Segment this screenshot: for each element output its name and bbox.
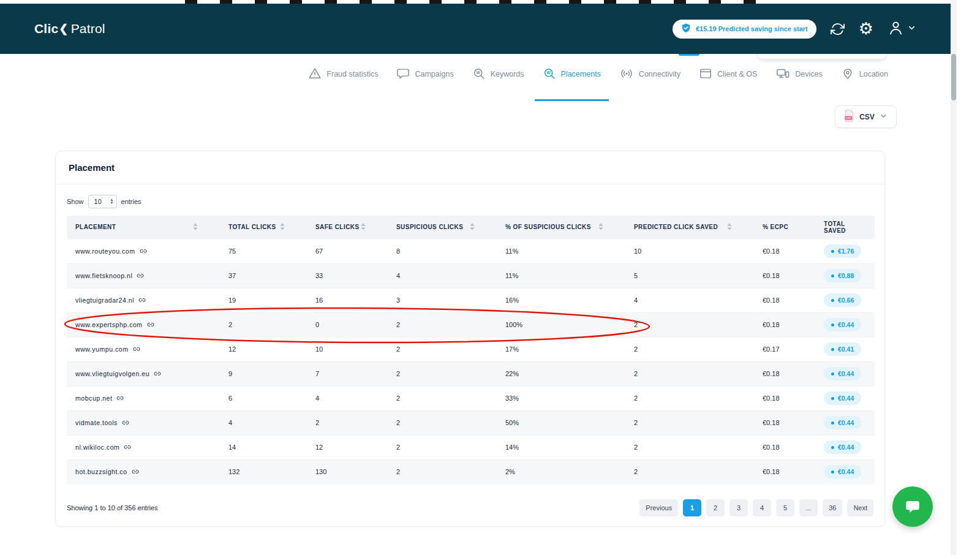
- pct-suspicious-cell: 22%: [497, 361, 625, 386]
- sort-icon[interactable]: [598, 223, 603, 232]
- tab-keywords[interactable]: W Keywords: [472, 67, 524, 82]
- tab-location[interactable]: Location: [841, 67, 888, 82]
- sort-icon[interactable]: [470, 223, 475, 232]
- tab-label: Client & OS: [717, 70, 757, 78]
- placements-table: PLACEMENT TOTAL CLICKS SAFE CLICKS SUSPI…: [67, 216, 875, 484]
- total-saved-badge: €0.44: [824, 465, 861, 478]
- predicted-saved-cell: 2: [625, 361, 754, 386]
- col-header-total-saved: TOTAL SAVED: [824, 221, 866, 234]
- account-menu[interactable]: [888, 20, 916, 39]
- sort-icon[interactable]: [727, 223, 732, 232]
- settings-gear-icon[interactable]: ⚙: [859, 21, 873, 37]
- show-label: Show: [67, 198, 84, 205]
- col-header-total-clicks: TOTAL CLICKS: [228, 224, 276, 230]
- predicted-saved-cell: 2: [625, 386, 754, 410]
- pagination-page-2[interactable]: 2: [706, 499, 725, 516]
- placement-link[interactable]: www.vliegtuigvolgen.eu: [75, 370, 161, 377]
- tab-label: Location: [859, 70, 888, 78]
- tab-fraud-statistics[interactable]: Fraud statistics: [308, 67, 378, 82]
- total-clicks-cell: 75: [220, 239, 307, 263]
- pagination-next-button[interactable]: Next: [847, 499, 873, 516]
- safe-clicks-cell: 67: [307, 239, 388, 263]
- broadcast-icon: [619, 67, 634, 82]
- predicted-saved-cell: 2: [625, 337, 754, 361]
- tab-label: Devices: [795, 70, 822, 78]
- pagination-ellipsis[interactable]: ...: [799, 499, 818, 516]
- suspicious-clicks-cell: 2: [388, 312, 497, 337]
- ecpc-cell: €0.17: [754, 337, 815, 361]
- dot-icon: [831, 470, 834, 474]
- total-clicks-cell: 6: [220, 386, 307, 410]
- total-saved-badge: €1.76: [824, 244, 861, 258]
- devices-icon: [775, 67, 790, 82]
- keyword-magnifier-icon: W: [472, 67, 486, 82]
- svg-text:W: W: [476, 70, 480, 75]
- placement-link[interactable]: hot.buzzsight.co: [75, 468, 139, 475]
- table-row: vidmate.tools 4 2 2 50% 2 €0.18 €0.44: [67, 410, 875, 435]
- safe-clicks-cell: 16: [307, 288, 388, 312]
- suspicious-clicks-cell: 8: [388, 239, 497, 263]
- location-pin-icon: [841, 67, 854, 82]
- pct-suspicious-cell: 11%: [497, 263, 625, 288]
- total-clicks-cell: 14: [220, 435, 307, 459]
- table-row: vliegtuigradar24.nl 19 16 3 16% 4 €0.18 …: [67, 288, 875, 312]
- predicted-saved-cell: 10: [625, 239, 754, 263]
- ecpc-cell: €0.18: [754, 263, 815, 288]
- predicted-saved-cell: 2: [625, 435, 754, 459]
- pagination-page-4[interactable]: 4: [753, 499, 771, 516]
- ecpc-cell: €0.18: [754, 410, 815, 435]
- pagination-page-1[interactable]: 1: [683, 499, 701, 516]
- scrollbar-thumb[interactable]: [951, 54, 956, 100]
- logo-arrow-glyph: ❮: [59, 22, 68, 36]
- chat-launcher-icon[interactable]: [892, 486, 933, 527]
- placement-link[interactable]: vliegtuigradar24.nl: [75, 296, 146, 304]
- placement-link[interactable]: nl.wikiloc.com: [75, 444, 131, 451]
- tab-connectivity[interactable]: Connectivity: [619, 67, 680, 82]
- link-icon: [138, 296, 146, 304]
- total-clicks-cell: 19: [220, 288, 307, 312]
- tab-devices[interactable]: Devices: [775, 67, 822, 82]
- table-row: nl.wikiloc.com 14 12 2 14% 2 €0.18 €0.44: [67, 435, 875, 459]
- sort-icon[interactable]: [361, 223, 366, 232]
- entries-summary: Showing 1 to 10 of 356 entries: [67, 504, 158, 512]
- tab-placements[interactable]: W Placements: [543, 67, 601, 82]
- pagination-page-36[interactable]: 36: [823, 499, 842, 516]
- tab-client-os[interactable]: Client & OS: [699, 67, 757, 82]
- predicted-saving-text: €15.19 Predicted saving since start: [696, 25, 808, 32]
- dot-icon: [831, 446, 834, 449]
- pct-suspicious-cell: 2%: [497, 459, 625, 484]
- placement-link[interactable]: www.expertsphp.com: [75, 321, 154, 328]
- total-saved-badge: €0.44: [824, 391, 861, 405]
- csv-export-button[interactable]: CSV CSV: [835, 105, 897, 128]
- placement-link[interactable]: mobcup.net: [75, 395, 124, 402]
- ecpc-cell: €0.18: [754, 312, 815, 337]
- link-icon: [133, 345, 140, 353]
- placement-link[interactable]: www.fietsknoop.nl: [75, 272, 144, 279]
- dot-icon: [831, 323, 834, 327]
- entries-count-select[interactable]: 10 ▲▼: [88, 195, 117, 208]
- placement-magnifier-icon: W: [543, 67, 556, 82]
- predicted-saved-cell: 2: [625, 410, 754, 435]
- placement-link[interactable]: www.yumpu.com: [75, 345, 140, 353]
- predicted-saved-cell: 5: [625, 263, 754, 288]
- pagination-page-5[interactable]: 5: [776, 499, 794, 516]
- predicted-saving-badge[interactable]: €15.19 Predicted saving since start: [673, 20, 816, 39]
- pagination-page-3[interactable]: 3: [729, 499, 748, 516]
- placement-link[interactable]: www.routeyou.com: [75, 247, 147, 255]
- dot-icon: [831, 274, 834, 278]
- tab-campaigns[interactable]: Campaigns: [396, 67, 453, 82]
- pagination-previous-button[interactable]: Previous: [639, 499, 678, 516]
- placement-link[interactable]: vidmate.tools: [75, 419, 129, 426]
- link-icon: [137, 272, 144, 279]
- total-saved-badge: €0.41: [824, 342, 861, 356]
- ecpc-cell: €0.18: [754, 459, 815, 484]
- sort-icon[interactable]: [193, 223, 198, 232]
- sort-icon[interactable]: [280, 223, 285, 232]
- suspicious-clicks-cell: 3: [388, 288, 497, 312]
- refresh-icon[interactable]: [831, 22, 845, 36]
- total-saved-badge: €0.44: [824, 318, 861, 331]
- suspicious-clicks-cell: 2: [388, 337, 497, 361]
- clickpatrol-logo[interactable]: Clic❮Patrol: [34, 21, 105, 36]
- total-clicks-cell: 12: [220, 337, 307, 361]
- link-icon: [132, 468, 139, 475]
